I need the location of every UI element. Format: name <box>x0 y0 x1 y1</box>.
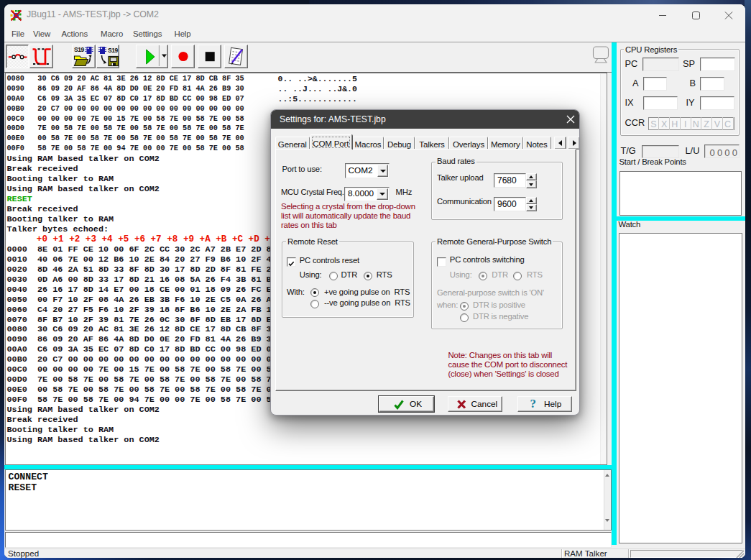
svg-text:S19: S19 <box>108 47 118 54</box>
svg-text:S19: S19 <box>74 46 84 53</box>
